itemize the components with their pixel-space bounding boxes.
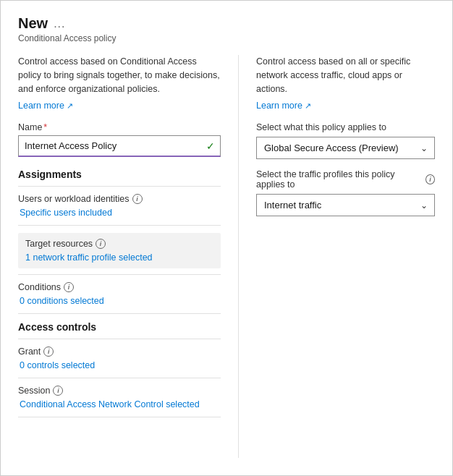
right-description: Control access based on all or specific … [256, 55, 435, 95]
grant-divider [18, 378, 221, 378]
policy-applies-dropdown[interactable]: Global Secure Access (Preview) [256, 137, 435, 159]
right-external-link-icon: ↗ [305, 101, 311, 111]
name-label: Name* [18, 122, 221, 132]
session-row: Session i [18, 386, 221, 396]
name-input-wrapper: ✓ [18, 135, 221, 157]
conditions-info-icon: i [64, 282, 74, 292]
session-link[interactable]: Conditional Access Network Control selec… [20, 399, 200, 409]
conditions-link[interactable]: 0 conditions selected [20, 296, 104, 306]
main-panel: New ... Conditional Access policy Contro… [0, 0, 453, 476]
users-label: Users or workload identities [18, 194, 130, 204]
users-link[interactable]: Specific users included [20, 208, 112, 218]
traffic-label: Select the traffic profiles this policy … [256, 169, 423, 190]
target-info-icon: i [96, 239, 106, 249]
target-resources-section[interactable]: Target resources i 1 network traffic pro… [18, 233, 221, 268]
required-indicator: * [43, 122, 47, 132]
grant-info-icon: i [43, 347, 54, 357]
content-area: Control access based on Conditional Acce… [18, 55, 435, 458]
left-learn-more-link[interactable]: Learn more ↗ [18, 101, 73, 111]
target-divider [18, 274, 221, 275]
users-divider [18, 225, 221, 226]
left-description: Control access based on Conditional Acce… [18, 55, 221, 95]
users-info-icon: i [132, 194, 143, 204]
conditions-label: Conditions [18, 282, 61, 292]
users-row: Users or workload identities i [18, 194, 221, 204]
policy-applies-label: Select what this policy applies to [256, 122, 435, 132]
right-column: Control access based on all or specific … [239, 55, 435, 458]
session-divider [18, 417, 221, 417]
name-input[interactable] [18, 135, 221, 157]
grant-label: Grant [18, 347, 41, 357]
left-column: Control access based on Conditional Acce… [18, 55, 239, 458]
session-info-icon: i [53, 386, 63, 396]
assignments-title: Assignments [18, 169, 221, 180]
grant-row: Grant i [18, 347, 221, 357]
target-label-row: Target resources i [25, 239, 213, 249]
policy-applies-dropdown-wrapper: Global Secure Access (Preview) ⌄ [256, 137, 435, 159]
check-icon: ✓ [206, 140, 215, 152]
access-controls-title: Access controls [18, 321, 221, 333]
grant-link[interactable]: 0 controls selected [20, 360, 95, 370]
access-controls-divider [18, 339, 221, 339]
traffic-label-row: Select the traffic profiles this policy … [256, 169, 435, 190]
header-dots: ... [54, 17, 65, 30]
session-label: Session [18, 386, 50, 396]
page-title: New [18, 15, 48, 32]
external-link-icon: ↗ [67, 101, 73, 111]
right-learn-more-link[interactable]: Learn more ↗ [256, 101, 311, 111]
target-value[interactable]: 1 network traffic profile selected [25, 252, 153, 263]
assignments-divider [18, 186, 221, 187]
page-subtitle: Conditional Access policy [18, 33, 435, 43]
conditions-row: Conditions i [18, 282, 221, 292]
header: New ... [18, 15, 435, 32]
conditions-divider [18, 313, 221, 314]
traffic-dropdown-wrapper: Internet traffic ⌄ [256, 194, 435, 216]
traffic-dropdown[interactable]: Internet traffic [256, 194, 435, 216]
target-label: Target resources [25, 239, 93, 249]
traffic-info-icon: i [426, 174, 435, 184]
